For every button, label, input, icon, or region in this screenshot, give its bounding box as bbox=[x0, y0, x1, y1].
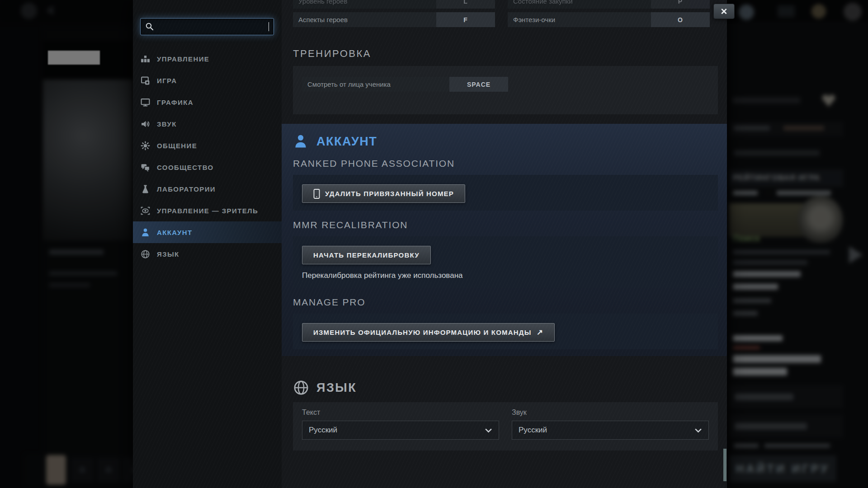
globe-icon bbox=[141, 249, 150, 259]
chevron-down-icon bbox=[694, 428, 702, 433]
sidebar-item-controls[interactable]: УПРАВЛЕНИЕ bbox=[133, 48, 282, 70]
edit-official-info-button[interactable]: ИЗМЕНИТЬ ОФИЦИАЛЬНУЮ ИНФОРМАЦИЮ И КОМАНД… bbox=[302, 323, 555, 342]
sidebar-item-label: ИГРА bbox=[157, 77, 177, 84]
mmr-title: MMR RECALIBRATION bbox=[293, 220, 718, 230]
chevron-down-icon bbox=[485, 428, 492, 433]
settings-content: Уровень героев L Состояние закупки P Асп… bbox=[282, 0, 727, 488]
sidebar-item-community[interactable]: СООБЩЕСТВО bbox=[133, 156, 282, 178]
sidebar-item-label: УПРАВЛЕНИЕ bbox=[157, 55, 209, 63]
sidebar-item-label: ОБЩЕНИЕ bbox=[157, 142, 197, 150]
sidebar-item-label: ГРАФИКА bbox=[157, 99, 193, 106]
sidebar-item-label: ЗВУК bbox=[157, 120, 177, 128]
language-panel: Текст Русский Звук Русский bbox=[293, 402, 718, 450]
language-grid: Текст Русский Звук Русский bbox=[302, 408, 709, 440]
flask-icon bbox=[141, 184, 150, 194]
account-section-header: АККАУНТ bbox=[293, 124, 718, 149]
hotkey-grid: Уровень героев L Состояние закупки P Асп… bbox=[293, 0, 710, 27]
settings-search-box[interactable] bbox=[140, 18, 274, 35]
text-caret bbox=[269, 22, 269, 31]
hotkey-label: Уровень героев bbox=[293, 0, 436, 9]
ranked-phone-title: RANKED PHONE ASSOCIATION bbox=[293, 158, 718, 169]
sidebar-item-communication[interactable]: ОБЩЕНИЕ bbox=[133, 135, 282, 156]
start-recalibration-button[interactable]: НАЧАТЬ ПЕРЕКАЛИБРОВКУ bbox=[302, 246, 431, 264]
game-options-icon bbox=[141, 76, 150, 85]
sidebar-item-video[interactable]: ГРАФИКА bbox=[133, 91, 282, 113]
search-icon bbox=[145, 22, 154, 31]
audio-language-dropdown[interactable]: Русский bbox=[512, 421, 709, 440]
sidebar-item-language[interactable]: ЯЗЫК bbox=[133, 243, 282, 265]
globe-icon bbox=[293, 380, 309, 396]
hotkey-key-button[interactable]: O bbox=[651, 12, 710, 27]
hotkey-label: Состояние закупки bbox=[508, 0, 651, 9]
hotkey-row: Смотреть от лица ученика SPACE bbox=[302, 77, 508, 92]
hotkey-key-button[interactable]: SPACE bbox=[449, 77, 508, 92]
edit-official-info-label: ИЗМЕНИТЬ ОФИЦИАЛЬНУЮ ИНФОРМАЦИЮ И КОМАНД… bbox=[313, 328, 532, 336]
settings-sidebar: УПРАВЛЕНИЕ ИГРА ГРАФИКА ЗВ bbox=[133, 0, 282, 488]
audio-language-value: Русский bbox=[519, 426, 547, 435]
sidebar-item-spectator-controls[interactable]: УПРАВЛЕНИЕ — ЗРИТЕЛЬ bbox=[133, 200, 282, 221]
sidebar-item-label: УПРАВЛЕНИЕ — ЗРИТЕЛЬ bbox=[157, 207, 258, 215]
hotkey-key-button[interactable]: P bbox=[651, 0, 710, 9]
close-button[interactable]: ✕ bbox=[713, 4, 735, 19]
sidebar-item-audio[interactable]: ЗВУК bbox=[133, 113, 282, 135]
language-title: ЯЗЫК bbox=[316, 381, 357, 395]
language-section-header: ЯЗЫК bbox=[293, 380, 718, 396]
training-panel: Смотреть от лица ученика SPACE bbox=[293, 66, 718, 114]
speaker-icon bbox=[141, 119, 150, 129]
text-language-value: Русский bbox=[309, 426, 337, 435]
hotkey-key-button[interactable]: F bbox=[436, 12, 495, 27]
sidebar-item-label: СООБЩЕСТВО bbox=[157, 164, 214, 171]
training-section-title: ТРЕНИРОВКА bbox=[293, 48, 718, 60]
person-icon bbox=[141, 228, 150, 237]
recalibration-note: Перекалибровка рейтинга уже использована bbox=[302, 271, 709, 280]
podium-icon bbox=[141, 54, 150, 64]
audio-language-group: Звук Русский bbox=[512, 408, 709, 440]
person-icon bbox=[293, 134, 308, 149]
text-language-group: Текст Русский bbox=[302, 408, 499, 440]
settings-modal: УПРАВЛЕНИЕ ИГРА ГРАФИКА ЗВ bbox=[133, 0, 727, 488]
sidebar-item-game[interactable]: ИГРА bbox=[133, 70, 282, 91]
remove-phone-button[interactable]: УДАЛИТЬ ПРИВЯЗАННЫЙ НОМЕР bbox=[302, 184, 465, 203]
mmr-panel: НАЧАТЬ ПЕРЕКАЛИБРОВКУ Перекалибровка рей… bbox=[293, 236, 718, 288]
text-language-dropdown[interactable]: Русский bbox=[302, 421, 499, 440]
manage-pro-panel: ИЗМЕНИТЬ ОФИЦИАЛЬНУЮ ИНФОРМАЦИЮ И КОМАНД… bbox=[293, 314, 718, 349]
hotkey-row: Состояние закупки P bbox=[508, 0, 710, 9]
account-section: АККАУНТ RANKED PHONE ASSOCIATION УДАЛИТЬ… bbox=[282, 124, 727, 356]
sidebar-item-label: ЛАБОРАТОРИИ bbox=[157, 185, 216, 193]
spectator-eye-icon bbox=[141, 206, 150, 216]
external-link-icon: ↗ bbox=[537, 328, 543, 337]
audio-language-label: Звук bbox=[512, 408, 709, 417]
sidebar-item-label: ЯЗЫК bbox=[157, 250, 179, 258]
chat-wheel-icon bbox=[141, 141, 150, 150]
monitor-icon bbox=[141, 98, 150, 107]
hotkey-row: Уровень героев L bbox=[293, 0, 495, 9]
hotkey-label: Фэнтези-очки bbox=[508, 12, 651, 27]
remove-phone-label: УДАЛИТЬ ПРИВЯЗАННЫЙ НОМЕР bbox=[325, 190, 454, 197]
ranked-phone-panel: УДАЛИТЬ ПРИВЯЗАННЫЙ НОМЕР bbox=[293, 175, 718, 211]
text-language-label: Текст bbox=[302, 408, 499, 417]
sidebar-item-account[interactable]: АККАУНТ bbox=[133, 221, 282, 243]
hotkey-row: Фэнтези-очки O bbox=[508, 12, 710, 27]
hotkey-key-button[interactable]: L bbox=[436, 0, 495, 9]
hotkey-row: Аспекты героев F bbox=[293, 12, 495, 27]
scrollbar-thumb[interactable] bbox=[723, 449, 726, 481]
sidebar-item-labs[interactable]: ЛАБОРАТОРИИ bbox=[133, 178, 282, 200]
hotkey-label: Аспекты героев bbox=[293, 12, 436, 27]
chat-bubbles-icon bbox=[141, 163, 150, 172]
phone-icon bbox=[313, 189, 320, 199]
manage-pro-title: MANAGE PRO bbox=[293, 297, 718, 308]
account-title: АККАУНТ bbox=[316, 135, 377, 149]
start-recalibration-label: НАЧАТЬ ПЕРЕКАЛИБРОВКУ bbox=[313, 251, 420, 259]
sidebar-item-label: АККАУНТ bbox=[157, 229, 193, 236]
hotkey-label: Смотреть от лица ученика bbox=[302, 77, 449, 92]
